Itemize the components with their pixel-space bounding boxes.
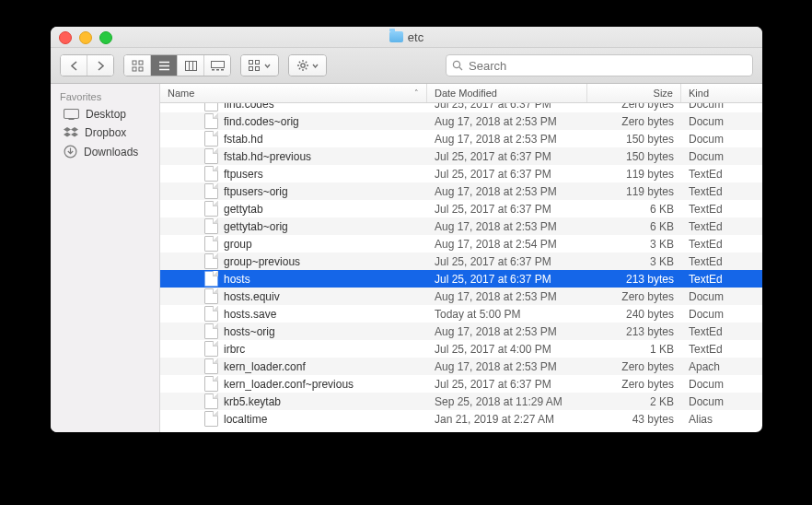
file-row[interactable]: hosts~origAug 17, 2018 at 2:53 PM213 byt… — [160, 323, 762, 340]
cell-size: 3 KB — [587, 238, 681, 251]
file-row[interactable]: localtimeJan 21, 2019 at 2:27 AM43 bytes… — [160, 410, 762, 428]
file-row[interactable]: find.codesJul 25, 2017 at 6:37 PMZero by… — [160, 103, 762, 112]
titlebar[interactable]: etc — [51, 27, 762, 48]
col-date[interactable]: Date Modified — [427, 84, 587, 102]
file-icon — [204, 218, 218, 234]
file-row[interactable]: krb5.keytabSep 25, 2018 at 11:29 AM2 KBD… — [160, 393, 762, 410]
sidebar-item-label: Dropbox — [85, 126, 126, 139]
col-size-label: Size — [654, 88, 673, 99]
file-icon — [204, 103, 218, 112]
cell-name: fstab.hd~previous — [160, 148, 427, 164]
file-row[interactable]: gettytab~origAug 17, 2018 at 2:53 PM6 KB… — [160, 217, 762, 235]
search-input[interactable] — [467, 58, 747, 74]
cell-date: Aug 17, 2018 at 2:54 PM — [427, 238, 587, 251]
minimize-button[interactable] — [79, 31, 92, 44]
file-row[interactable]: kern_loader.conf~previousJul 25, 2017 at… — [160, 375, 762, 393]
file-row[interactable]: group~previousJul 25, 2017 at 6:37 PM3 K… — [160, 252, 762, 270]
svg-rect-5 — [211, 61, 224, 67]
file-icon — [204, 288, 218, 304]
cell-kind: TextEd — [681, 343, 762, 356]
file-icon — [204, 201, 218, 217]
cell-name: find.codes — [160, 103, 427, 112]
cell-name: group — [160, 236, 427, 252]
file-name: group~previous — [224, 255, 300, 268]
sidebar-item-downloads[interactable]: Downloads — [51, 142, 159, 161]
svg-rect-6 — [212, 69, 215, 71]
file-row[interactable]: hostsJul 25, 2017 at 6:37 PM213 bytesTex… — [160, 270, 762, 288]
search-field[interactable] — [446, 54, 753, 76]
svg-rect-8 — [221, 69, 224, 71]
action-button[interactable] — [289, 55, 326, 76]
file-rows[interactable]: find.codesJul 25, 2017 at 6:37 PMZero by… — [160, 103, 762, 432]
file-name: fstab.hd~previous — [224, 150, 311, 163]
sidebar-item-label: Desktop — [86, 108, 126, 121]
dropbox-icon — [64, 126, 78, 139]
svg-rect-16 — [69, 119, 75, 120]
file-icon — [204, 411, 218, 427]
cell-date: Jul 25, 2017 at 6:37 PM — [427, 273, 587, 286]
col-size[interactable]: Size — [587, 84, 681, 102]
back-button[interactable] — [61, 55, 87, 76]
sidebar-item-desktop[interactable]: Desktop — [51, 105, 159, 123]
cell-size: 6 KB — [587, 203, 681, 216]
cell-date: Aug 17, 2018 at 2:53 PM — [427, 325, 587, 338]
file-row[interactable]: ftpusersJul 25, 2017 at 6:37 PM119 bytes… — [160, 165, 762, 182]
file-row[interactable]: fstab.hd~previousJul 25, 2017 at 6:37 PM… — [160, 147, 762, 165]
window-body: Favorites Desktop Dropbox Downloads — [51, 84, 762, 432]
column-view-button[interactable] — [177, 55, 203, 76]
cell-size: 240 bytes — [587, 308, 681, 321]
forward-button[interactable] — [87, 55, 113, 76]
svg-rect-7 — [216, 69, 219, 71]
cell-size: 1 KB — [587, 343, 681, 356]
cell-size: 6 KB — [587, 220, 681, 233]
file-row[interactable]: hosts.saveToday at 5:00 PM240 bytesDocum — [160, 305, 762, 323]
sidebar: Favorites Desktop Dropbox Downloads — [51, 84, 160, 432]
gallery-view-button[interactable] — [203, 55, 230, 76]
window-title: etc — [389, 30, 423, 44]
cell-size: Zero bytes — [587, 290, 681, 303]
file-row[interactable]: kern_loader.confAug 17, 2018 at 2:53 PMZ… — [160, 358, 762, 375]
nav-group — [60, 54, 114, 76]
sidebar-item-dropbox[interactable]: Dropbox — [51, 123, 159, 142]
close-button[interactable] — [59, 31, 72, 44]
file-row[interactable]: gettytabJul 25, 2017 at 6:37 PM6 KBTextE… — [160, 200, 762, 217]
col-kind[interactable]: Kind — [681, 84, 762, 102]
col-name[interactable]: Name ˄ — [160, 84, 427, 102]
file-icon — [204, 236, 218, 252]
cell-kind: Docum — [681, 103, 762, 111]
cell-kind: Apach — [681, 360, 762, 373]
svg-rect-4 — [185, 61, 196, 70]
file-name: hosts~orig — [224, 325, 275, 338]
cell-date: Jul 25, 2017 at 6:37 PM — [427, 378, 587, 391]
file-icon — [204, 393, 218, 409]
list-view-button[interactable] — [150, 55, 177, 76]
arrange-group — [240, 54, 279, 76]
cell-size: 3 KB — [587, 255, 681, 268]
cell-date: Jul 25, 2017 at 6:37 PM — [427, 103, 587, 111]
file-row[interactable]: fstab.hdAug 17, 2018 at 2:53 PM150 bytes… — [160, 130, 762, 147]
cell-date: Aug 17, 2018 at 2:53 PM — [427, 220, 587, 233]
cell-size: 150 bytes — [587, 150, 681, 163]
svg-rect-0 — [133, 61, 136, 65]
arrange-button[interactable] — [241, 55, 278, 76]
file-row[interactable]: hosts.equivAug 17, 2018 at 2:53 PMZero b… — [160, 288, 762, 305]
cell-date: Aug 17, 2018 at 2:53 PM — [427, 290, 587, 303]
cell-size: 150 bytes — [587, 133, 681, 146]
svg-rect-3 — [139, 67, 143, 71]
file-name: gettytab~orig — [224, 220, 288, 233]
icon-view-button[interactable] — [124, 55, 150, 76]
chevron-down-icon — [312, 64, 319, 68]
cell-kind: TextEd — [681, 220, 762, 233]
downloads-icon — [64, 145, 77, 159]
file-row[interactable]: ftpusers~origAug 17, 2018 at 2:53 PM119 … — [160, 182, 762, 200]
cell-kind: Alias — [681, 413, 762, 426]
cell-size: 213 bytes — [587, 273, 681, 286]
cell-date: Aug 17, 2018 at 2:53 PM — [427, 185, 587, 198]
file-name: kern_loader.conf — [224, 360, 306, 373]
file-row[interactable]: groupAug 17, 2018 at 2:54 PM3 KBTextEd — [160, 235, 762, 252]
file-row[interactable]: find.codes~origAug 17, 2018 at 2:53 PMZe… — [160, 112, 762, 130]
zoom-button[interactable] — [99, 31, 112, 44]
file-row[interactable]: irbrcJul 25, 2017 at 4:00 PM1 KBTextEd — [160, 340, 762, 358]
file-name: ftpusers~orig — [224, 185, 288, 198]
cell-date: Aug 17, 2018 at 2:53 PM — [427, 115, 587, 128]
